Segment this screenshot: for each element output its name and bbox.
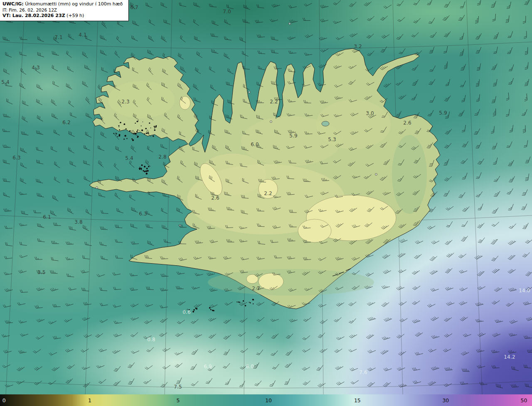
wind-barb: [33, 349, 41, 353]
wind-barb: [115, 225, 123, 228]
wind-barb: [460, 81, 466, 87]
wind-barb: [270, 286, 278, 290]
wind-barb: [19, 192, 27, 195]
wind-barb: [5, 320, 13, 323]
wind-barb: [133, 178, 138, 183]
wind-barb: [316, 365, 323, 371]
wind-barb: [66, 51, 72, 57]
map-label: 5.9: [289, 133, 298, 139]
wind-barb: [350, 113, 358, 116]
wind-barb: [69, 226, 76, 230]
wind-barb: [37, 160, 44, 164]
wind-barb: [444, 159, 449, 165]
wind-barb: [17, 367, 25, 371]
wind-barb: [180, 66, 186, 72]
wind-barb: [383, 159, 390, 165]
wind-barb: [52, 51, 59, 56]
wind-barb: [82, 51, 88, 58]
wind-barb: [444, 61, 447, 69]
wind-barb: [209, 175, 214, 181]
wind-barb: [273, 145, 280, 149]
wind-barb: [350, 132, 358, 135]
wind-barb: [7, 99, 13, 104]
wind-barb: [399, 318, 407, 322]
wind-barb: [4, 272, 12, 275]
wind-barb: [318, 132, 325, 135]
wind-barb: [81, 288, 89, 291]
wind-barb: [444, 2, 450, 7]
wind-barb: [258, 51, 265, 54]
wind-barb: [36, 147, 43, 152]
wind-barb: [163, 193, 170, 197]
wind-barb: [461, 221, 468, 227]
wind-barb: [146, 130, 151, 137]
wind-barb: [226, 145, 232, 151]
wind-barb: [209, 160, 216, 165]
wind-barb: [133, 100, 138, 107]
wind-barb: [349, 208, 357, 212]
wind-barb: [177, 83, 183, 90]
wind-barb: [412, 301, 420, 305]
wind-barb: [3, 179, 10, 182]
wind-barb: [430, 270, 438, 274]
wind-barb: [81, 270, 89, 273]
wind-barb: [35, 257, 43, 260]
wind-barb: [382, 34, 389, 38]
wind-barb: [133, 113, 139, 120]
wind-barb: [224, 289, 232, 291]
wind-barb: [431, 288, 439, 291]
wind-barb: [161, 36, 167, 42]
wind-barb: [366, 273, 374, 276]
wind-barb: [285, 363, 292, 368]
wind-barb: [259, 179, 266, 182]
wind-barb: [461, 236, 468, 241]
wind-barb: [100, 288, 107, 291]
wind-barb: [351, 380, 359, 384]
wind-barb: [51, 241, 59, 244]
wind-barb: [475, 33, 481, 39]
wind-barb: [527, 350, 532, 352]
wind-barb: [431, 335, 440, 339]
colorbar-tick-label: 0: [2, 397, 6, 404]
init-time: IT: Fim. 26. 02. 2026 12Z: [2, 7, 126, 13]
wind-barb: [495, 320, 503, 323]
wind-barb: [526, 317, 532, 321]
wind-barb: [131, 207, 138, 212]
wind-barb: [493, 333, 501, 337]
wind-barb: [431, 317, 438, 321]
wind-barb: [209, 130, 215, 135]
map-label: 5.4: [1, 79, 10, 85]
wind-barb: [146, 224, 153, 228]
wind-barb: [458, 254, 466, 258]
wind-barb: [256, 350, 263, 355]
wind-barb: [256, 333, 263, 338]
wind-barb: [36, 130, 43, 135]
wind-barb: [37, 288, 45, 291]
wind-barb: [508, 31, 513, 37]
wind-barb: [84, 302, 91, 305]
wind-barb: [399, 239, 408, 242]
wind-barb: [335, 96, 342, 100]
wind-barb: [288, 51, 296, 54]
wind-barb: [446, 302, 455, 306]
wind-barb: [477, 286, 485, 290]
wind-barb: [83, 382, 90, 387]
wind-barb: [348, 161, 355, 166]
wind-barb: [510, 320, 518, 323]
wind-barb: [147, 83, 152, 90]
wind-barb: [427, 142, 433, 148]
wind-barb: [336, 223, 344, 227]
wind-barb: [287, 192, 295, 195]
wind-barb: [477, 365, 485, 368]
wind-barb: [459, 33, 464, 39]
wind-barb: [132, 35, 138, 41]
wind-barb: [524, 31, 527, 39]
wind-barb: [148, 35, 154, 42]
wind-barb: [289, 210, 297, 213]
wind-barb: [145, 160, 151, 167]
wind-barb: [65, 334, 73, 337]
wind-barb: [271, 351, 278, 356]
wind-barb: [412, 271, 420, 275]
wind-barb: [114, 85, 120, 90]
wind-barb: [380, 176, 387, 181]
